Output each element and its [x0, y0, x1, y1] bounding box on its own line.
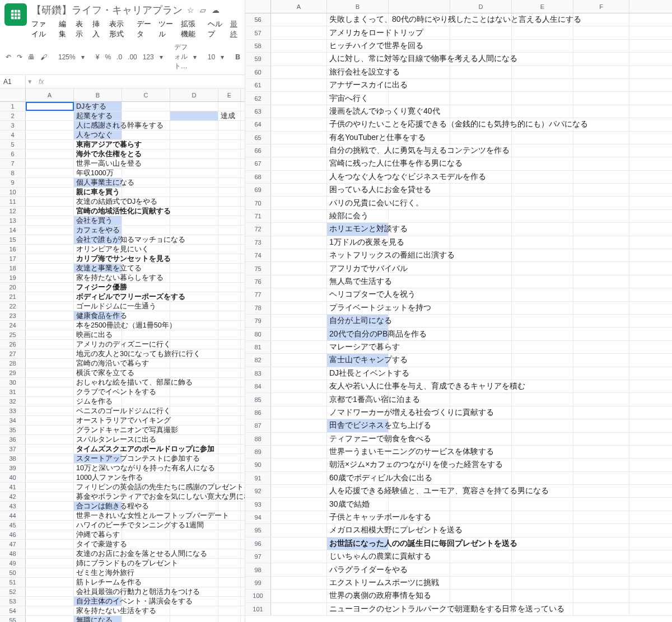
cell[interactable]: [170, 578, 218, 587]
cell[interactable]: [170, 397, 218, 406]
cell[interactable]: [26, 311, 74, 320]
cell[interactable]: [170, 197, 218, 206]
cell[interactable]: [170, 473, 218, 482]
cell[interactable]: [170, 435, 218, 444]
cell[interactable]: [512, 197, 573, 209]
row-header[interactable]: 54: [0, 606, 26, 615]
cell[interactable]: [170, 216, 218, 225]
row-header[interactable]: 72: [245, 223, 271, 235]
row-header[interactable]: 90: [245, 459, 271, 471]
cell[interactable]: [170, 606, 218, 615]
cell[interactable]: [218, 549, 241, 558]
cell[interactable]: [26, 245, 74, 254]
cell[interactable]: [26, 235, 74, 244]
cell[interactable]: [573, 144, 629, 157]
cell[interactable]: [26, 521, 74, 530]
cell[interactable]: [218, 349, 241, 358]
cell[interactable]: [512, 511, 573, 523]
cell[interactable]: [122, 311, 170, 320]
cell[interactable]: [450, 511, 512, 523]
cell[interactable]: [218, 406, 241, 415]
cell[interactable]: [26, 207, 74, 216]
cell[interactable]: [271, 184, 327, 196]
cell[interactable]: [573, 472, 629, 484]
namebox-chevron-icon[interactable]: ▾: [26, 77, 34, 86]
cell[interactable]: [271, 236, 327, 249]
cell[interactable]: 姉にブランドものをプレゼント: [74, 559, 122, 568]
cell[interactable]: [450, 550, 512, 563]
cell[interactable]: [218, 454, 241, 463]
cell[interactable]: 子供とキャッチボールをする: [327, 511, 389, 523]
cell[interactable]: [573, 92, 629, 104]
cell[interactable]: 起業をする: [74, 111, 122, 120]
chevron-down-icon[interactable]: ▾: [160, 53, 163, 61]
cell[interactable]: オーストラリアでハイキング: [74, 416, 122, 425]
cell[interactable]: [170, 368, 218, 377]
cell[interactable]: [170, 321, 218, 330]
cell[interactable]: [512, 105, 573, 118]
cell[interactable]: [218, 264, 241, 273]
cell[interactable]: [170, 406, 218, 415]
cell[interactable]: [573, 459, 629, 471]
cell[interactable]: スパルタンレースに出る: [74, 435, 122, 444]
row-header[interactable]: 73: [245, 236, 271, 249]
cell[interactable]: マレーシアで暮らす: [327, 341, 389, 353]
cell[interactable]: プライベートジェットを持つ: [327, 302, 389, 314]
row-header[interactable]: 26: [0, 340, 26, 349]
cell[interactable]: [122, 130, 170, 139]
cell[interactable]: [170, 616, 218, 622]
cell[interactable]: [26, 140, 74, 149]
cell[interactable]: [573, 550, 629, 563]
cell[interactable]: [271, 472, 327, 484]
cell[interactable]: [271, 92, 327, 104]
cell[interactable]: 沖縄で暮らす: [74, 530, 122, 539]
cell[interactable]: [218, 578, 241, 587]
row-header[interactable]: 33: [0, 406, 26, 415]
cell[interactable]: [271, 197, 327, 209]
cell[interactable]: 宇宙へ行く: [327, 92, 389, 104]
cell[interactable]: [26, 502, 74, 511]
cell[interactable]: [170, 159, 218, 168]
row-header[interactable]: 14: [0, 226, 26, 235]
col-header-A[interactable]: A: [26, 88, 74, 101]
row-header[interactable]: 71: [245, 210, 271, 222]
row-header[interactable]: 100: [245, 590, 271, 602]
row-header[interactable]: 64: [245, 118, 271, 130]
cell[interactable]: [512, 132, 573, 144]
cell[interactable]: [218, 464, 241, 473]
row-header[interactable]: 35: [0, 425, 26, 434]
col-header-A[interactable]: A: [271, 0, 327, 13]
cell[interactable]: [573, 236, 629, 249]
cell[interactable]: [512, 341, 573, 353]
cell[interactable]: [170, 226, 218, 235]
cell[interactable]: [512, 472, 573, 484]
cell[interactable]: [271, 433, 327, 445]
cell[interactable]: [170, 111, 218, 120]
cell[interactable]: [26, 111, 74, 120]
cell[interactable]: [26, 121, 74, 130]
row-header[interactable]: 31: [0, 387, 26, 396]
cell[interactable]: [573, 210, 629, 222]
cell[interactable]: [450, 302, 512, 314]
cell[interactable]: おしゃれな絵を描いて、部屋に飾る: [74, 378, 122, 387]
cell[interactable]: タイムズスクエアのボールドロップに参加: [74, 445, 122, 453]
cell[interactable]: [512, 498, 573, 510]
cell[interactable]: [26, 454, 74, 463]
cell[interactable]: [271, 262, 327, 274]
cell[interactable]: [512, 144, 573, 157]
cell[interactable]: [450, 249, 512, 261]
cell[interactable]: [218, 273, 241, 282]
row-header[interactable]: 95: [245, 524, 271, 536]
menu-edit[interactable]: 編集: [59, 19, 69, 39]
cell[interactable]: [218, 235, 241, 244]
cell[interactable]: [26, 435, 74, 444]
cell[interactable]: [271, 157, 327, 170]
cell[interactable]: [512, 79, 573, 91]
cell[interactable]: [573, 275, 629, 288]
cell[interactable]: [122, 169, 170, 177]
cell[interactable]: [512, 446, 573, 458]
cell[interactable]: [271, 26, 327, 39]
cell[interactable]: [573, 26, 629, 39]
row-header[interactable]: 82: [245, 354, 271, 366]
zoom-select[interactable]: 125%: [58, 53, 76, 61]
